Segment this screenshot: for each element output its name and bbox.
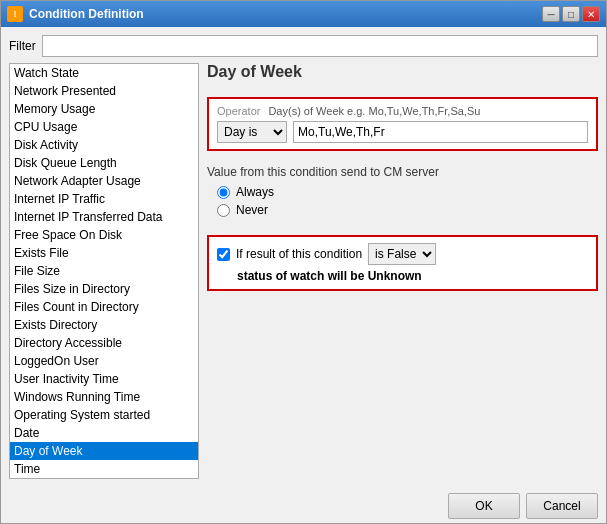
title-bar: ! Condition Definition ─ □ ✕ xyxy=(1,1,606,27)
condition-row: If result of this condition is Falseis T… xyxy=(217,243,588,265)
list-item[interactable]: Disk Activity xyxy=(10,136,198,154)
operator-example: Day(s) of Week e.g. Mo,Tu,We,Th,Fr,Sa,Su xyxy=(268,105,480,117)
maximize-button[interactable]: □ xyxy=(562,6,580,22)
section-title: Day of Week xyxy=(207,63,598,81)
list-item[interactable]: LoggedOn User xyxy=(10,352,198,370)
value-title: Value from this condition send to CM ser… xyxy=(207,165,598,179)
list-item[interactable]: CPU Usage xyxy=(10,118,198,136)
list-container[interactable]: Watch StateNetwork PresentedMemory Usage… xyxy=(10,64,198,478)
list-item[interactable]: File Size xyxy=(10,262,198,280)
filter-label: Filter xyxy=(9,39,36,53)
operator-box: Operator Day(s) of Week e.g. Mo,Tu,We,Th… xyxy=(207,97,598,151)
operator-label: Operator xyxy=(217,105,260,117)
condition-prefix: If result of this condition xyxy=(236,247,362,261)
list-item[interactable]: Files Count in Directory xyxy=(10,298,198,316)
list-item[interactable]: Operating System started xyxy=(10,406,198,424)
main-window: ! Condition Definition ─ □ ✕ Filter Watc… xyxy=(0,0,607,524)
radio-always-row: Always xyxy=(207,185,598,199)
list-item[interactable]: Windows Running Time xyxy=(10,388,198,406)
day-is-select[interactable]: Day is xyxy=(217,121,287,143)
condition-box: If result of this condition is Falseis T… xyxy=(207,235,598,291)
list-item[interactable]: Free Space On Disk xyxy=(10,226,198,244)
footer: OK Cancel xyxy=(1,487,606,524)
radio-always[interactable] xyxy=(217,186,230,199)
filter-row: Filter xyxy=(9,35,598,57)
list-item[interactable]: Network Adapter Usage xyxy=(10,172,198,190)
list-item[interactable]: Internet IP Traffic xyxy=(10,190,198,208)
operator-row: Operator Day(s) of Week e.g. Mo,Tu,We,Th… xyxy=(217,105,588,117)
list-item[interactable]: Exists Directory xyxy=(10,316,198,334)
radio-never-row: Never xyxy=(207,203,598,217)
list-item[interactable]: Date xyxy=(10,424,198,442)
close-button[interactable]: ✕ xyxy=(582,6,600,22)
title-bar-buttons: ─ □ ✕ xyxy=(542,6,600,22)
list-item[interactable]: Internet IP Transferred Data xyxy=(10,208,198,226)
window-title: Condition Definition xyxy=(29,7,536,21)
condition-status: status of watch will be Unknown xyxy=(217,269,588,283)
value-section: Value from this condition send to CM ser… xyxy=(207,165,598,221)
minimize-button[interactable]: ─ xyxy=(542,6,560,22)
left-panel: Watch StateNetwork PresentedMemory Usage… xyxy=(9,63,199,479)
ok-button[interactable]: OK xyxy=(448,493,520,519)
window-icon: ! xyxy=(7,6,23,22)
list-item[interactable]: Exists File xyxy=(10,244,198,262)
content-area: Filter Watch StateNetwork PresentedMemor… xyxy=(1,27,606,487)
radio-never-label: Never xyxy=(236,203,268,217)
condition-checkbox[interactable] xyxy=(217,248,230,261)
list-item[interactable]: User Inactivity Time xyxy=(10,370,198,388)
radio-always-label: Always xyxy=(236,185,274,199)
list-item[interactable]: Memory Usage xyxy=(10,100,198,118)
cancel-button[interactable]: Cancel xyxy=(526,493,598,519)
list-item[interactable]: Time xyxy=(10,460,198,478)
filter-input[interactable] xyxy=(42,35,598,57)
list-item[interactable]: Network Presented xyxy=(10,82,198,100)
main-content: Watch StateNetwork PresentedMemory Usage… xyxy=(9,63,598,479)
day-value-input[interactable] xyxy=(293,121,588,143)
list-item[interactable]: Day of Week xyxy=(10,442,198,460)
list-item[interactable]: Directory Accessible xyxy=(10,334,198,352)
list-item[interactable]: Watch State xyxy=(10,64,198,82)
radio-never[interactable] xyxy=(217,204,230,217)
right-panel: Day of Week Operator Day(s) of Week e.g.… xyxy=(207,63,598,479)
condition-select[interactable]: is Falseis True xyxy=(368,243,436,265)
list-item[interactable]: Disk Queue Length xyxy=(10,154,198,172)
day-row: Day is xyxy=(217,121,588,143)
list-item[interactable]: Files Size in Directory xyxy=(10,280,198,298)
